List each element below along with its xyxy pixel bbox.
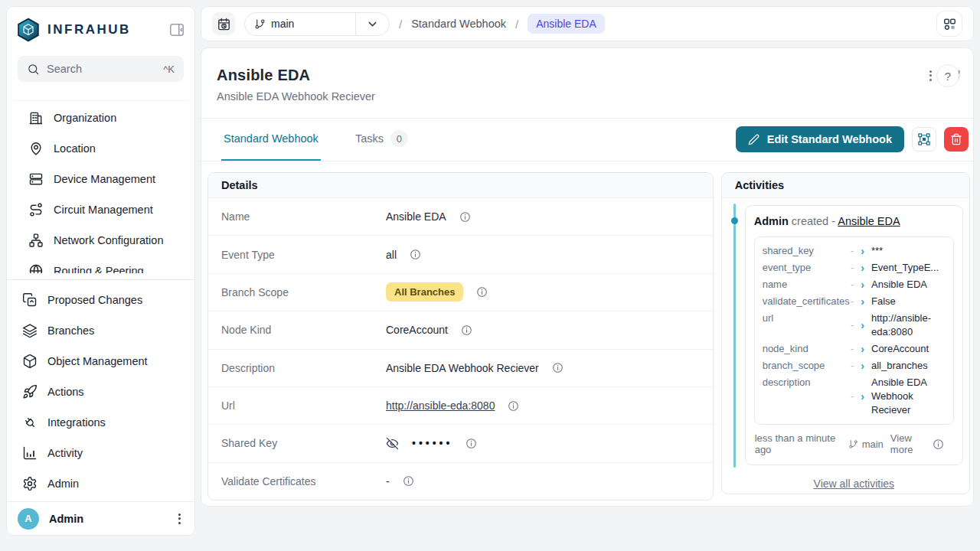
user-name: Admin	[49, 513, 83, 525]
pencil-icon	[748, 134, 760, 145]
sidebar-item-label: Proposed Changes	[47, 294, 142, 306]
timeline-dot	[731, 217, 738, 224]
info-icon[interactable]	[403, 475, 414, 487]
sidebar-item-label: Actions	[47, 386, 84, 398]
activity-entry-title: Admin created - Ansible EDA	[754, 215, 954, 227]
property-row: description-›Ansible EDA Webhook Recieve…	[763, 374, 946, 419]
sidebar-item-organization[interactable]: Organization	[13, 103, 188, 133]
detail-row-branch-scope: Branch Scope All Branches	[208, 274, 713, 311]
nav-primary: Organization Location Device Management …	[13, 100, 188, 273]
map-pin-icon	[28, 141, 44, 156]
sidebar-item-device-management[interactable]: Device Management	[13, 164, 188, 194]
chevron-right-icon: ›	[861, 296, 864, 307]
logo-text: INFRAHUB	[47, 22, 131, 37]
activity-properties: shared_key-›*** event_type-›Event_TypeE.…	[754, 236, 954, 425]
search-icon	[27, 63, 40, 76]
activities-panel: Activities Admin created - Ansible EDA s…	[721, 172, 970, 494]
eye-off-icon[interactable]	[386, 437, 399, 450]
git-branch-icon	[254, 18, 266, 30]
box-icon	[22, 354, 38, 369]
details-header: Details	[208, 173, 713, 198]
avatar: A	[18, 508, 39, 530]
gear-icon	[22, 476, 38, 491]
activities-timeline: Admin created - Ansible EDA shared_key-›…	[722, 198, 969, 494]
edit-button[interactable]: Edit Standard Webhook	[736, 126, 904, 152]
detail-value: -	[386, 475, 390, 487]
url-link[interactable]: http://ansible-eda:8080	[386, 399, 495, 412]
sidebar-item-label: Circuit Management	[54, 204, 153, 216]
schema-visualizer-button[interactable]	[936, 11, 962, 37]
detail-row-node-kind: Node Kind CoreAccount	[208, 311, 713, 349]
breadcrumb-separator: /	[399, 18, 402, 31]
tasks-count-badge: 0	[390, 130, 408, 147]
topbar: main / Standard Webhook / Ansible EDA	[201, 6, 974, 41]
sidebar-item-label: Location	[54, 142, 96, 155]
info-icon[interactable]	[508, 400, 519, 412]
breadcrumb-schema[interactable]: Standard Webhook	[411, 18, 506, 30]
activity-action: created -	[792, 215, 835, 227]
masked-secret: ••••••	[412, 437, 452, 449]
manage-groups-button[interactable]	[912, 127, 936, 152]
sidebar-item-network-configuration[interactable]: Network Configuration	[13, 225, 188, 256]
info-icon[interactable]	[459, 211, 471, 223]
sidebar-item-actions[interactable]: Actions	[13, 377, 188, 407]
sidebar-item-routing-peering[interactable]: Routing & Peering	[13, 256, 188, 273]
git-branch-icon	[848, 439, 858, 449]
help-button[interactable]: ?	[936, 64, 959, 87]
sidebar-item-admin[interactable]: Admin	[13, 468, 188, 499]
select-group-icon	[917, 132, 931, 146]
sidebar-item-label: Organization	[54, 112, 116, 124]
chevron-right-icon: ›	[861, 360, 864, 371]
activity-timestamp: less than a minute ago	[755, 432, 841, 455]
sidebar-item-label: Admin	[47, 478, 79, 490]
info-icon[interactable]	[476, 286, 488, 298]
time-travel-button[interactable]	[212, 12, 235, 35]
activity-actor: Admin	[754, 215, 789, 227]
info-icon[interactable]	[461, 324, 472, 336]
activity-entry: Admin created - Ansible EDA shared_key-›…	[745, 205, 963, 465]
object-menu-kebab-icon[interactable]	[926, 67, 935, 84]
info-icon[interactable]	[933, 439, 944, 450]
sidebar-item-location[interactable]: Location	[13, 133, 188, 164]
timeline-line	[733, 204, 736, 468]
rocket-icon	[22, 384, 38, 399]
property-row: branch_scope-›all_branches	[763, 357, 946, 374]
search-input[interactable]: Search ^K	[18, 56, 184, 82]
trash-icon	[950, 133, 962, 145]
sidebar-item-proposed-changes[interactable]: Proposed Changes	[13, 285, 188, 315]
app-window: INFRAHUB Search ^K Organization	[0, 0, 980, 551]
delete-button[interactable]	[944, 127, 969, 152]
chevron-right-icon: ›	[861, 246, 864, 256]
info-icon[interactable]	[552, 362, 564, 373]
details-panel: Details Name Ansible EDA Event Type all …	[207, 172, 714, 500]
chevron-right-icon: ›	[861, 391, 864, 402]
view-more-link[interactable]: View more	[890, 432, 926, 455]
tab-standard-webhook[interactable]: Standard Webhook	[221, 119, 321, 161]
sidebar-item-circuit-management[interactable]: Circuit Management	[13, 194, 188, 225]
sidebar-item-integrations[interactable]: Integrations	[13, 407, 188, 438]
tab-tasks[interactable]: Tasks 0	[353, 119, 410, 161]
user-menu-kebab-icon[interactable]	[175, 510, 184, 527]
view-all-activities-link[interactable]: View all activities	[745, 478, 963, 490]
breadcrumb-separator: /	[515, 18, 518, 31]
detail-value: Ansible EDA Webhook Reciever	[386, 362, 539, 374]
sidebar-item-label: Device Management	[54, 173, 155, 185]
sidebar-item-branches[interactable]: Branches	[13, 315, 188, 346]
branch-selector[interactable]: main	[244, 12, 390, 36]
property-row: shared_key-›***	[763, 243, 946, 259]
branch-selected-value: main	[271, 18, 355, 30]
detail-row-event-type: Event Type all	[208, 236, 713, 273]
sidebar-item-object-management[interactable]: Object Management	[13, 346, 188, 377]
detail-row-shared-key: Shared Key ••••••	[208, 425, 713, 462]
sidebar-item-activity[interactable]: Activity	[13, 438, 188, 468]
layers-icon	[22, 323, 38, 338]
activity-target-link[interactable]: Ansible EDA	[838, 215, 900, 227]
breadcrumb-object[interactable]: Ansible EDA	[528, 14, 605, 34]
sidebar-collapse-icon[interactable]	[168, 21, 187, 39]
info-icon[interactable]	[410, 249, 421, 260]
info-icon[interactable]	[466, 438, 477, 449]
infrahub-logo-icon	[16, 18, 41, 42]
sidebar-item-label: Integrations	[47, 416, 106, 429]
sidebar-item-label: Branches	[47, 324, 94, 337]
page-subtitle: Ansible EDA Webhook Reciever	[217, 90, 961, 103]
